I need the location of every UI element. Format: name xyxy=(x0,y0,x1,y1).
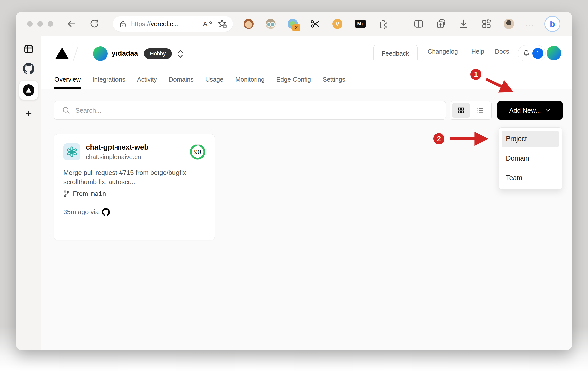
add-new-button[interactable]: Add New... xyxy=(497,101,563,120)
project-name[interactable]: chat-gpt-next-web xyxy=(86,143,149,151)
tab-monitoring[interactable]: Monitoring xyxy=(235,76,265,89)
user-avatar[interactable] xyxy=(547,46,561,60)
branch-label: From xyxy=(73,190,88,198)
notifications-button[interactable]: 1 xyxy=(518,45,546,61)
search-bar xyxy=(54,101,446,120)
view-toggle xyxy=(450,101,492,120)
team-name[interactable]: yidadaa xyxy=(112,49,138,57)
tab-overview[interactable]: Overview xyxy=(54,76,81,89)
browser-sidebar: + xyxy=(16,36,41,350)
translate-badge: 2 xyxy=(292,24,300,31)
team-avatar[interactable] xyxy=(93,46,108,61)
tab-domains[interactable]: Domains xyxy=(169,76,194,89)
list-view-icon xyxy=(477,107,484,114)
extensions-row: 2 V M↓ xyxy=(244,19,514,29)
git-branch-icon xyxy=(63,190,70,197)
github-icon xyxy=(102,208,110,216)
vercel-tab-icon[interactable] xyxy=(19,81,38,100)
project-domain[interactable]: chat.simplenaive.cn xyxy=(86,153,149,161)
add-new-dropdown: Project Domain Team xyxy=(499,127,562,190)
tab-edge-config[interactable]: Edge Config xyxy=(276,76,311,89)
project-card[interactable]: chat-gpt-next-web chat.simplenaive.cn 90… xyxy=(54,134,215,240)
dropdown-item-project[interactable]: Project xyxy=(502,131,559,147)
extensions-puzzle-icon[interactable] xyxy=(378,19,389,29)
browser-window: https://vercel.c... A 2 V M↓ xyxy=(16,12,572,350)
search-input[interactable] xyxy=(75,106,446,115)
apps-grid-icon[interactable] xyxy=(481,19,492,29)
search-icon xyxy=(62,106,70,115)
workspaces-icon[interactable] xyxy=(23,44,34,55)
v-extension-label: V xyxy=(335,20,339,27)
add-favorite-icon[interactable] xyxy=(217,19,227,29)
tab-usage[interactable]: Usage xyxy=(205,76,223,89)
dropdown-item-team[interactable]: Team xyxy=(502,170,559,186)
list-view-button[interactable] xyxy=(471,103,489,118)
url-host: vercel.c... xyxy=(151,20,179,28)
feedback-button[interactable]: Feedback xyxy=(373,45,418,61)
dropdown-item-domain[interactable]: Domain xyxy=(502,150,559,167)
dashboard-tabs: Overview Integrations Activity Domains U… xyxy=(54,76,345,89)
grid-view-button[interactable] xyxy=(452,103,470,118)
svg-text:A: A xyxy=(203,20,207,28)
markdown-extension-icon[interactable]: M↓ xyxy=(355,20,366,28)
vercel-page: yidadaa Hobby Feedback Changelog Help Do… xyxy=(41,36,572,350)
v-extension-icon[interactable]: V xyxy=(332,19,342,29)
markdown-extension-label: M↓ xyxy=(357,21,363,27)
browser-profile-avatar[interactable] xyxy=(504,19,514,29)
lock-icon xyxy=(119,20,127,28)
url-text: https://vercel.c... xyxy=(131,20,202,28)
dashboard-main: Add New... xyxy=(41,89,572,350)
branch-name[interactable]: main xyxy=(91,190,106,197)
collections-icon[interactable] xyxy=(436,19,446,29)
sidebar-divider xyxy=(21,104,36,104)
openai-logo-icon xyxy=(66,146,78,158)
avatar-extension-icon[interactable] xyxy=(266,19,276,29)
scissors-extension-icon[interactable] xyxy=(310,19,320,29)
help-link[interactable]: Help xyxy=(471,48,484,55)
browser-toolbar: https://vercel.c... A 2 V M↓ xyxy=(16,12,572,36)
deploy-time: 35m ago via xyxy=(63,208,99,216)
notification-count-badge: 1 xyxy=(532,48,543,59)
tampermonkey-extension-icon[interactable] xyxy=(244,19,254,29)
close-window-button[interactable] xyxy=(27,21,33,27)
vercel-logo-icon[interactable] xyxy=(55,47,69,60)
lighthouse-score[interactable]: 90 xyxy=(190,144,206,160)
downloads-icon[interactable] xyxy=(458,19,469,29)
window-controls xyxy=(27,21,53,27)
minimize-window-button[interactable] xyxy=(37,21,43,27)
tab-activity[interactable]: Activity xyxy=(137,76,157,89)
translate-extension-icon[interactable]: 2 xyxy=(288,19,298,29)
github-tab-icon[interactable] xyxy=(23,63,34,74)
bing-chat-icon[interactable]: b xyxy=(544,16,560,32)
commit-message[interactable]: Merge pull request #715 from betgo/bugfi… xyxy=(63,168,205,187)
toolbar-divider xyxy=(401,20,401,28)
bell-icon xyxy=(522,49,531,58)
read-aloud-icon[interactable]: A xyxy=(202,19,212,28)
team-switcher-icon[interactable] xyxy=(177,49,184,60)
tab-settings[interactable]: Settings xyxy=(323,76,345,89)
breadcrumb-slash xyxy=(73,47,78,61)
add-new-label: Add New... xyxy=(509,107,541,114)
url-scheme: https:// xyxy=(131,20,151,28)
score-value: 90 xyxy=(190,144,206,160)
vercel-header: yidadaa Hobby Feedback Changelog Help Do… xyxy=(41,36,572,89)
bing-label: b xyxy=(550,19,555,29)
changelog-link[interactable]: Changelog xyxy=(428,48,458,55)
docs-link[interactable]: Docs xyxy=(495,48,509,55)
new-tab-icon[interactable]: + xyxy=(25,108,32,119)
grid-view-icon xyxy=(457,107,465,114)
chevron-down-icon xyxy=(545,107,551,113)
address-bar[interactable]: https://vercel.c... A xyxy=(113,16,233,32)
zoom-window-button[interactable] xyxy=(48,21,53,27)
more-menu-icon[interactable]: ... xyxy=(526,20,534,28)
split-screen-icon[interactable] xyxy=(413,19,424,29)
plan-badge: Hobby xyxy=(144,48,172,59)
tab-integrations[interactable]: Integrations xyxy=(92,76,125,89)
project-logo xyxy=(63,143,80,160)
refresh-icon[interactable] xyxy=(89,19,99,29)
back-icon[interactable] xyxy=(66,19,76,29)
